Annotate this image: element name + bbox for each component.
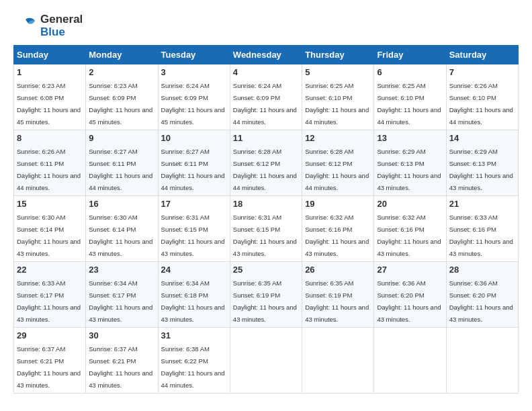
day-number: 1 <box>17 67 83 77</box>
calendar-day-cell: 12 Sunrise: 6:28 AMSunset: 6:12 PMDaylig… <box>302 130 374 196</box>
day-detail: Sunrise: 6:33 AMSunset: 6:17 PMDaylight:… <box>17 279 81 323</box>
day-number: 11 <box>233 133 299 143</box>
day-detail: Sunrise: 6:26 AMSunset: 6:10 PMDaylight:… <box>449 82 513 126</box>
calendar-day-cell: 13 Sunrise: 6:29 AMSunset: 6:13 PMDaylig… <box>374 130 446 196</box>
day-number: 22 <box>17 265 83 275</box>
calendar-day-cell: 6 Sunrise: 6:25 AMSunset: 6:10 PMDayligh… <box>374 64 446 130</box>
day-number: 5 <box>305 67 371 77</box>
day-number: 9 <box>89 133 154 143</box>
day-detail: Sunrise: 6:35 AMSunset: 6:19 PMDaylight:… <box>233 279 297 323</box>
calendar-day-cell: 14 Sunrise: 6:29 AMSunset: 6:13 PMDaylig… <box>446 130 518 196</box>
day-number: 29 <box>17 330 83 340</box>
calendar-day-cell: 23 Sunrise: 6:34 AMSunset: 6:17 PMDaylig… <box>86 262 158 328</box>
day-number: 27 <box>377 265 443 275</box>
day-detail: Sunrise: 6:34 AMSunset: 6:17 PMDaylight:… <box>89 279 152 323</box>
day-number: 15 <box>17 199 83 209</box>
day-detail: Sunrise: 6:23 AMSunset: 6:08 PMDaylight:… <box>17 82 81 126</box>
day-detail: Sunrise: 6:28 AMSunset: 6:12 PMDaylight:… <box>305 148 369 191</box>
calendar-day-cell: 24 Sunrise: 6:34 AMSunset: 6:18 PMDaylig… <box>158 262 230 328</box>
day-detail: Sunrise: 6:24 AMSunset: 6:09 PMDaylight:… <box>233 82 297 126</box>
day-number: 30 <box>89 330 154 340</box>
day-detail: Sunrise: 6:32 AMSunset: 6:16 PMDaylight:… <box>377 214 441 257</box>
calendar-day-cell: 17 Sunrise: 6:31 AMSunset: 6:15 PMDaylig… <box>158 196 230 262</box>
day-detail: Sunrise: 6:30 AMSunset: 6:14 PMDaylight:… <box>89 214 152 257</box>
calendar-day-cell: 22 Sunrise: 6:33 AMSunset: 6:17 PMDaylig… <box>14 262 86 328</box>
day-number: 6 <box>377 67 443 77</box>
day-number: 4 <box>233 67 299 77</box>
logo-general-text: General <box>40 13 83 26</box>
day-detail: Sunrise: 6:36 AMSunset: 6:20 PMDaylight:… <box>449 279 513 323</box>
calendar-day-cell: 15 Sunrise: 6:30 AMSunset: 6:14 PMDaylig… <box>14 196 86 262</box>
logo-blue-text: Blue <box>40 26 65 38</box>
calendar-day-cell: 27 Sunrise: 6:36 AMSunset: 6:20 PMDaylig… <box>374 262 446 328</box>
day-number: 23 <box>89 265 154 275</box>
logo-bird-icon <box>13 14 38 38</box>
day-number: 18 <box>233 199 299 209</box>
day-detail: Sunrise: 6:26 AMSunset: 6:11 PMDaylight:… <box>17 148 81 191</box>
day-detail: Sunrise: 6:29 AMSunset: 6:13 PMDaylight:… <box>449 148 513 191</box>
day-detail: Sunrise: 6:33 AMSunset: 6:16 PMDaylight:… <box>449 214 513 257</box>
calendar-day-cell: 20 Sunrise: 6:32 AMSunset: 6:16 PMDaylig… <box>374 196 446 262</box>
day-header-sunday: Sunday <box>14 46 86 64</box>
day-detail: Sunrise: 6:36 AMSunset: 6:20 PMDaylight:… <box>377 279 441 323</box>
empty-cell <box>230 328 302 394</box>
day-number: 17 <box>161 199 227 209</box>
calendar-day-cell: 11 Sunrise: 6:28 AMSunset: 6:12 PMDaylig… <box>230 130 302 196</box>
empty-cell <box>374 328 446 394</box>
calendar-week-row: 22 Sunrise: 6:33 AMSunset: 6:17 PMDaylig… <box>14 262 519 328</box>
day-detail: Sunrise: 6:27 AMSunset: 6:11 PMDaylight:… <box>89 148 152 191</box>
day-detail: Sunrise: 6:31 AMSunset: 6:15 PMDaylight:… <box>161 214 225 257</box>
day-number: 28 <box>449 265 515 275</box>
day-detail: Sunrise: 6:37 AMSunset: 6:21 PMDaylight:… <box>17 345 81 389</box>
day-number: 3 <box>161 67 227 77</box>
day-header-friday: Friday <box>374 46 446 64</box>
calendar-day-cell: 29 Sunrise: 6:37 AMSunset: 6:21 PMDaylig… <box>14 328 86 394</box>
day-number: 25 <box>233 265 299 275</box>
day-detail: Sunrise: 6:23 AMSunset: 6:09 PMDaylight:… <box>89 82 152 126</box>
day-number: 10 <box>161 133 227 143</box>
calendar-day-cell: 16 Sunrise: 6:30 AMSunset: 6:14 PMDaylig… <box>86 196 158 262</box>
calendar-day-cell: 28 Sunrise: 6:36 AMSunset: 6:20 PMDaylig… <box>446 262 518 328</box>
calendar-week-row: 29 Sunrise: 6:37 AMSunset: 6:21 PMDaylig… <box>14 328 519 394</box>
day-number: 24 <box>161 265 227 275</box>
day-header-saturday: Saturday <box>446 46 518 64</box>
day-detail: Sunrise: 6:25 AMSunset: 6:10 PMDaylight:… <box>305 82 369 126</box>
page-header: General Blue <box>13 13 519 38</box>
calendar-week-row: 15 Sunrise: 6:30 AMSunset: 6:14 PMDaylig… <box>14 196 519 262</box>
empty-cell <box>302 328 374 394</box>
day-number: 20 <box>377 199 443 209</box>
logo: General Blue <box>13 13 83 38</box>
calendar-week-row: 1 Sunrise: 6:23 AMSunset: 6:08 PMDayligh… <box>14 64 519 130</box>
day-header-tuesday: Tuesday <box>158 46 230 64</box>
day-header-monday: Monday <box>86 46 158 64</box>
day-number: 26 <box>305 265 371 275</box>
day-header-thursday: Thursday <box>302 46 374 64</box>
day-detail: Sunrise: 6:25 AMSunset: 6:10 PMDaylight:… <box>377 82 441 126</box>
calendar-day-cell: 9 Sunrise: 6:27 AMSunset: 6:11 PMDayligh… <box>86 130 158 196</box>
day-number: 16 <box>89 199 154 209</box>
day-number: 12 <box>305 133 371 143</box>
day-detail: Sunrise: 6:24 AMSunset: 6:09 PMDaylight:… <box>161 82 225 126</box>
day-number: 31 <box>161 330 227 340</box>
calendar-day-cell: 25 Sunrise: 6:35 AMSunset: 6:19 PMDaylig… <box>230 262 302 328</box>
day-number: 7 <box>449 67 515 77</box>
day-detail: Sunrise: 6:38 AMSunset: 6:22 PMDaylight:… <box>161 345 225 389</box>
calendar-day-cell: 19 Sunrise: 6:32 AMSunset: 6:16 PMDaylig… <box>302 196 374 262</box>
day-detail: Sunrise: 6:28 AMSunset: 6:12 PMDaylight:… <box>233 148 297 191</box>
day-detail: Sunrise: 6:30 AMSunset: 6:14 PMDaylight:… <box>17 214 81 257</box>
calendar-day-cell: 21 Sunrise: 6:33 AMSunset: 6:16 PMDaylig… <box>446 196 518 262</box>
day-number: 8 <box>17 133 83 143</box>
calendar-day-cell: 5 Sunrise: 6:25 AMSunset: 6:10 PMDayligh… <box>302 64 374 130</box>
day-detail: Sunrise: 6:37 AMSunset: 6:21 PMDaylight:… <box>89 345 152 389</box>
day-number: 19 <box>305 199 371 209</box>
day-detail: Sunrise: 6:35 AMSunset: 6:19 PMDaylight:… <box>305 279 369 323</box>
calendar-day-cell: 10 Sunrise: 6:27 AMSunset: 6:11 PMDaylig… <box>158 130 230 196</box>
day-detail: Sunrise: 6:32 AMSunset: 6:16 PMDaylight:… <box>305 214 369 257</box>
calendar-day-cell: 4 Sunrise: 6:24 AMSunset: 6:09 PMDayligh… <box>230 64 302 130</box>
calendar-day-cell: 18 Sunrise: 6:31 AMSunset: 6:15 PMDaylig… <box>230 196 302 262</box>
day-detail: Sunrise: 6:31 AMSunset: 6:15 PMDaylight:… <box>233 214 297 257</box>
calendar-day-cell: 31 Sunrise: 6:38 AMSunset: 6:22 PMDaylig… <box>158 328 230 394</box>
day-number: 13 <box>377 133 443 143</box>
calendar-day-cell: 30 Sunrise: 6:37 AMSunset: 6:21 PMDaylig… <box>86 328 158 394</box>
day-detail: Sunrise: 6:27 AMSunset: 6:11 PMDaylight:… <box>161 148 225 191</box>
